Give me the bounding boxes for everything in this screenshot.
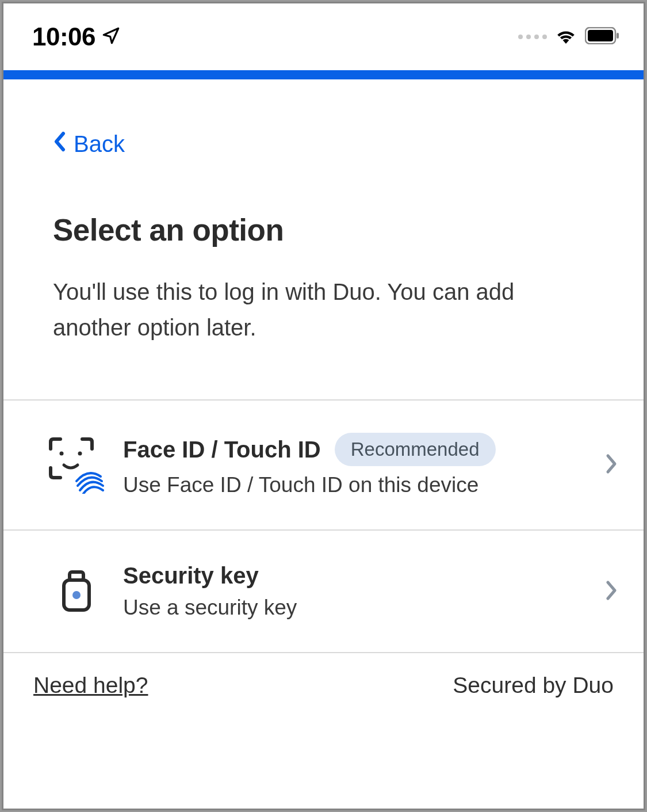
secured-by-label: Secured by Duo — [453, 673, 614, 698]
accent-bar — [3, 70, 644, 79]
options-list: Face ID / Touch ID Recommended Use Face … — [3, 399, 644, 653]
chevron-right-icon — [604, 452, 618, 478]
option-title: Face ID / Touch ID — [123, 437, 321, 463]
option-description: Use a security key — [123, 596, 589, 620]
battery-icon — [585, 27, 619, 47]
face-touch-id-icon — [45, 436, 108, 494]
svg-rect-2 — [617, 33, 619, 39]
option-description: Use Face ID / Touch ID on this device — [123, 473, 589, 497]
chevron-right-icon — [604, 579, 618, 604]
page-title: Select an option — [53, 212, 594, 247]
back-button[interactable]: Back — [53, 131, 125, 157]
chevron-left-icon — [53, 131, 66, 157]
page-subtitle: You'll use this to log in with Duo. You … — [53, 274, 594, 345]
svg-point-4 — [78, 452, 82, 456]
svg-point-3 — [60, 452, 64, 456]
svg-rect-1 — [588, 30, 613, 41]
svg-point-7 — [72, 591, 81, 599]
status-bar: 10:06 — [3, 3, 644, 70]
signal-dots-icon — [518, 35, 547, 39]
wifi-icon — [555, 28, 577, 46]
security-key-icon — [45, 570, 108, 613]
option-security-key[interactable]: Security key Use a security key — [3, 529, 644, 653]
footer: Need help? Secured by Duo — [3, 653, 644, 718]
option-title: Security key — [123, 563, 259, 589]
option-face-touch-id[interactable]: Face ID / Touch ID Recommended Use Face … — [3, 399, 644, 529]
back-label: Back — [74, 131, 125, 157]
status-time: 10:06 — [32, 22, 95, 51]
help-link[interactable]: Need help? — [33, 673, 148, 698]
location-icon — [101, 26, 121, 48]
recommended-badge: Recommended — [335, 433, 496, 466]
